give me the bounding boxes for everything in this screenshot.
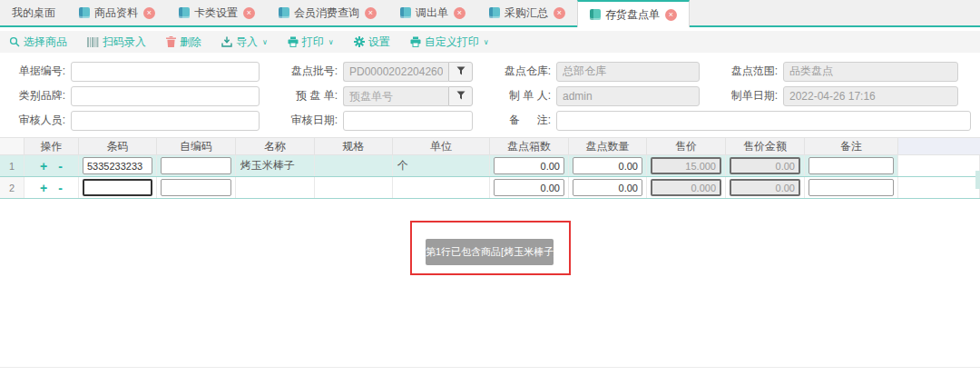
close-icon[interactable] xyxy=(554,7,565,19)
field-auditor: 审核人员: xyxy=(7,111,279,131)
trash-icon xyxy=(166,36,176,47)
filter-button[interactable] xyxy=(448,62,473,82)
header-boxes: 盘点箱数 xyxy=(490,138,569,154)
document-icon xyxy=(489,7,500,18)
chevron-down-icon xyxy=(328,38,334,46)
document-icon xyxy=(279,7,289,18)
toolbar: 选择商品 扫码录入 删除 导入 打印 设置 自定义打印 xyxy=(0,31,980,53)
barcode-icon xyxy=(87,37,99,47)
select-goods-button[interactable]: 选择商品 xyxy=(9,35,67,50)
batch-no-input[interactable] xyxy=(343,62,448,82)
inventory-count-page: 我的桌面 商品资料 卡类设置 会员消费查询 调出单 采购汇总 xyxy=(0,0,980,376)
chevron-down-icon xyxy=(262,38,268,46)
tab-label: 卡类设置 xyxy=(194,5,238,21)
remove-row-button[interactable]: - xyxy=(53,160,68,173)
tab-label: 调出单 xyxy=(416,5,448,21)
header-spec: 规格 xyxy=(315,138,393,154)
auditor-input[interactable] xyxy=(71,111,260,131)
pre-count-input[interactable] xyxy=(343,86,448,106)
item-unit xyxy=(393,177,490,198)
scrollbar[interactable] xyxy=(975,171,980,189)
selfcode-input[interactable] xyxy=(161,157,231,174)
remove-row-button[interactable]: - xyxy=(53,182,68,194)
create-date-input[interactable] xyxy=(783,86,958,106)
close-icon[interactable] xyxy=(665,9,677,21)
close-icon[interactable] xyxy=(365,7,377,19)
document-header-form: 单据编号: 盘点批号: 盘点仓库: 盘点范围: 类别品牌: xyxy=(0,53,980,135)
tab-transfer-out[interactable]: 调出单 xyxy=(388,0,477,25)
qty-input[interactable] xyxy=(573,179,642,196)
custom-print-button[interactable]: 自定义打印 xyxy=(410,35,489,50)
import-button[interactable]: 导入 xyxy=(221,35,268,50)
header-filler xyxy=(898,138,980,154)
field-pre-count: 预 盘 单: xyxy=(279,86,493,106)
tab-my-desktop[interactable]: 我的桌面 xyxy=(0,0,67,25)
category-brand-input[interactable] xyxy=(71,86,260,106)
row-op-cell: + - xyxy=(24,177,79,198)
annotation-highlight-box: 第1行已包含商品[烤玉米棒子] xyxy=(410,221,571,275)
tab-purchase-summary[interactable]: 采购汇总 xyxy=(477,0,577,25)
row-filler xyxy=(898,155,980,176)
delete-button[interactable]: 删除 xyxy=(166,35,201,50)
table-row: 2 + - xyxy=(0,177,980,199)
add-row-button[interactable]: + xyxy=(34,160,53,173)
boxes-input[interactable] xyxy=(494,179,564,196)
funnel-icon xyxy=(456,89,466,103)
toast-message: 第1行已包含商品[烤玉米棒子] xyxy=(426,239,554,265)
creator-input[interactable] xyxy=(556,86,700,106)
header-qty: 盘点数量 xyxy=(569,138,647,154)
close-icon[interactable] xyxy=(143,7,155,19)
field-scope: 盘点范围: xyxy=(720,62,980,82)
settings-button[interactable]: 设置 xyxy=(354,35,390,50)
field-batch-no: 盘点批号: xyxy=(279,62,493,82)
gear-icon xyxy=(354,36,365,47)
warehouse-input[interactable] xyxy=(556,62,700,82)
field-category-brand: 类别品牌: xyxy=(7,86,279,106)
field-creator: 制 单 人: xyxy=(493,86,720,106)
boxes-input[interactable] xyxy=(494,157,564,174)
audit-date-input[interactable] xyxy=(343,111,473,131)
price-input xyxy=(651,157,721,174)
barcode-input[interactable] xyxy=(83,179,152,196)
page-bottom-divider xyxy=(0,367,980,368)
filter-button[interactable] xyxy=(448,86,473,106)
print-button[interactable]: 打印 xyxy=(288,35,334,50)
scan-entry-button[interactable]: 扫码录入 xyxy=(87,35,146,50)
tab-label: 我的桌面 xyxy=(12,5,55,21)
tab-member-consumption-query[interactable]: 会员消费查询 xyxy=(267,0,388,25)
row-filler xyxy=(898,177,980,198)
document-icon xyxy=(179,7,190,18)
remark-input[interactable] xyxy=(556,111,971,131)
note-input[interactable] xyxy=(808,179,894,196)
tab-goods-info[interactable]: 商品资料 xyxy=(67,0,167,25)
amount-input xyxy=(730,179,800,196)
table-row: 1 + - 烤玉米棒子 个 xyxy=(0,155,980,177)
barcode-input[interactable] xyxy=(83,157,152,174)
tab-card-settings[interactable]: 卡类设置 xyxy=(167,0,267,25)
amount-input xyxy=(730,157,800,174)
close-icon[interactable] xyxy=(454,7,466,19)
field-audit-date: 审核日期: xyxy=(279,111,493,131)
item-name xyxy=(236,177,315,198)
tab-bar: 我的桌面 商品资料 卡类设置 会员消费查询 调出单 采购汇总 xyxy=(0,0,980,27)
tab-label: 存货盘点单 xyxy=(605,7,660,23)
printer-icon xyxy=(288,36,299,47)
qty-input[interactable] xyxy=(573,157,642,174)
import-icon xyxy=(221,36,232,47)
header-index xyxy=(0,138,24,154)
scope-input[interactable] xyxy=(783,62,958,82)
tab-label: 采购汇总 xyxy=(505,5,548,21)
chevron-down-icon xyxy=(484,38,489,46)
table-header-row: 操作 条码 自编码 名称 规格 单位 盘点箱数 盘点数量 售价 售价金额 备注 xyxy=(0,137,980,155)
tab-inventory-count[interactable]: 存货盘点单 xyxy=(577,0,690,27)
header-name: 名称 xyxy=(236,138,315,154)
note-input[interactable] xyxy=(808,157,894,174)
close-icon[interactable] xyxy=(243,7,255,19)
doc-no-input[interactable] xyxy=(71,62,260,82)
header-note: 备注 xyxy=(805,138,898,154)
add-row-button[interactable]: + xyxy=(34,182,53,194)
selfcode-input[interactable] xyxy=(161,179,231,196)
header-price: 售价 xyxy=(647,138,726,154)
document-icon xyxy=(79,7,90,18)
header-selfcode: 自编码 xyxy=(157,138,236,154)
